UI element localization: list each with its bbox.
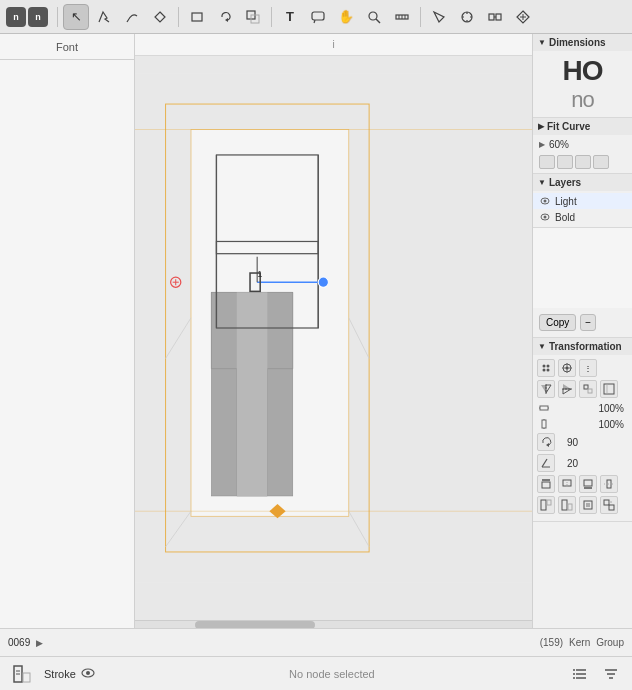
layer-item-light[interactable]: Light xyxy=(533,193,632,209)
star-tool-button[interactable] xyxy=(454,4,480,30)
svg-point-51 xyxy=(543,365,546,368)
svg-rect-82 xyxy=(541,500,546,510)
stroke-eye-icon[interactable] xyxy=(80,667,96,681)
layers-spacer xyxy=(533,228,632,308)
status-paren-text: (159) xyxy=(540,637,563,648)
node-status: No node selected xyxy=(104,668,560,680)
copy-row: Copy − xyxy=(533,308,632,338)
info-text: i xyxy=(141,39,526,50)
transform-icons-row-1: ⋮ xyxy=(537,359,628,377)
svg-line-7 xyxy=(376,19,380,23)
transform-slant-icon[interactable] xyxy=(537,454,555,472)
dimensions-preview-top: HO xyxy=(559,55,607,87)
fit-btn-3[interactable] xyxy=(575,155,591,169)
draw-tool-button[interactable] xyxy=(91,4,117,30)
filter-icon[interactable] xyxy=(598,661,624,687)
fit-btn-4[interactable] xyxy=(593,155,609,169)
stroke-label: Stroke xyxy=(44,668,76,680)
canvas-area[interactable]: i xyxy=(135,34,532,628)
text-tool-button[interactable]: T xyxy=(277,4,303,30)
rect-tool-button[interactable] xyxy=(184,4,210,30)
fit-percentage-value: 60% xyxy=(549,139,569,150)
transform-extra-icon-2[interactable] xyxy=(600,380,618,398)
dimensions-preview-bottom: no xyxy=(567,87,597,113)
fit-btn-1[interactable] xyxy=(539,155,555,169)
fit-btn-2[interactable] xyxy=(557,155,573,169)
glyph-info-icon[interactable] xyxy=(8,660,36,688)
svg-point-6 xyxy=(369,12,377,20)
fit-curve-triangle: ▶ xyxy=(538,122,544,131)
list-icon[interactable] xyxy=(568,661,594,687)
transform-scale-y-row: 100% xyxy=(537,417,628,431)
fit-curve-header[interactable]: ▶ Fit Curve xyxy=(533,118,632,135)
link-tool-button[interactable] xyxy=(482,4,508,30)
transform-flip-v-icon[interactable] xyxy=(558,380,576,398)
scale-tool-button[interactable] xyxy=(240,4,266,30)
bottom-right-icons xyxy=(568,661,624,687)
node-tool-button[interactable] xyxy=(147,4,173,30)
transform-extra-icon-1[interactable] xyxy=(579,380,597,398)
svg-point-48 xyxy=(544,200,547,203)
fit-expand-icon[interactable]: ▶ xyxy=(539,140,545,149)
canvas-inner: 1 xyxy=(135,56,532,600)
zoom-tool-button[interactable] xyxy=(361,4,387,30)
transform-bottom-4[interactable] xyxy=(600,475,618,493)
transform-icons-row-5 xyxy=(537,475,628,493)
fit-curve-row: ▶ 60% xyxy=(539,139,626,150)
transform-bottom-7[interactable] xyxy=(579,496,597,514)
transform-more-icon[interactable]: ⋮ xyxy=(579,359,597,377)
transform-scale-x-row: 100% xyxy=(537,401,628,415)
svg-rect-17 xyxy=(489,14,494,20)
transform-bottom-2[interactable] xyxy=(558,475,576,493)
select-tool-button[interactable]: ↖ xyxy=(63,4,89,30)
svg-rect-63 xyxy=(604,384,614,394)
transform-rotate-icon[interactable] xyxy=(537,433,555,451)
transform-icons-row-4: 20 xyxy=(537,454,628,472)
transform-icons-row-3: 90 xyxy=(537,433,628,451)
dimensions-triangle: ▼ xyxy=(538,38,546,47)
horizontal-scrollbar[interactable] xyxy=(135,620,532,628)
transform-bottom-1[interactable] xyxy=(537,475,555,493)
svg-rect-78 xyxy=(584,480,592,486)
copy-button[interactable]: Copy xyxy=(539,314,576,331)
minus-button[interactable]: − xyxy=(580,314,596,331)
layer-item-bold[interactable]: Bold xyxy=(533,209,632,225)
transform-align-icon[interactable] xyxy=(537,359,555,377)
glyph-id-arrow: ▶ xyxy=(36,638,43,648)
transform-bottom-6[interactable] xyxy=(558,496,576,514)
pen-tool-button[interactable] xyxy=(119,4,145,30)
scale-y-icon xyxy=(537,417,551,431)
svg-rect-5 xyxy=(312,12,324,20)
layers-header[interactable]: ▼ Layers xyxy=(533,174,632,191)
hand-tool-button[interactable]: ✋ xyxy=(333,4,359,30)
svg-point-53 xyxy=(547,365,550,368)
scrollbar-thumb[interactable] xyxy=(195,621,315,628)
status-kern-label: Kern xyxy=(569,637,590,648)
svg-line-72 xyxy=(542,459,547,467)
measure-tool-button[interactable] xyxy=(389,4,415,30)
transformation-header[interactable]: ▼ Transformation xyxy=(533,338,632,355)
glyph-cells xyxy=(0,60,134,628)
transform-center-icon[interactable] xyxy=(558,359,576,377)
dimensions-header[interactable]: ▼ Dimensions xyxy=(533,34,632,51)
transform-bottom-8[interactable] xyxy=(600,496,618,514)
speech-tool-button[interactable] xyxy=(305,4,331,30)
stroke-row: Stroke xyxy=(44,667,96,681)
status-bar: 0069 ▶ (159) Kern Group xyxy=(0,628,632,656)
svg-point-101 xyxy=(573,673,575,675)
app-logo-small: n xyxy=(28,7,48,27)
component-tool-button[interactable] xyxy=(510,4,536,30)
transform-bottom-3[interactable] xyxy=(579,475,597,493)
fit-curve-label: Fit Curve xyxy=(547,121,590,132)
svg-rect-84 xyxy=(562,500,567,510)
transform-bottom-5[interactable] xyxy=(537,496,555,514)
svg-rect-18 xyxy=(496,14,501,20)
rotate-tool-button[interactable] xyxy=(212,4,238,30)
svg-rect-68 xyxy=(542,420,546,428)
transform-flip-h-icon[interactable] xyxy=(537,380,555,398)
dimensions-preview: HO no xyxy=(533,51,632,117)
status-group-label: Group xyxy=(596,637,624,648)
knife-tool-button[interactable] xyxy=(426,4,452,30)
rotate-value: 90 xyxy=(558,437,582,448)
svg-rect-83 xyxy=(547,500,551,505)
